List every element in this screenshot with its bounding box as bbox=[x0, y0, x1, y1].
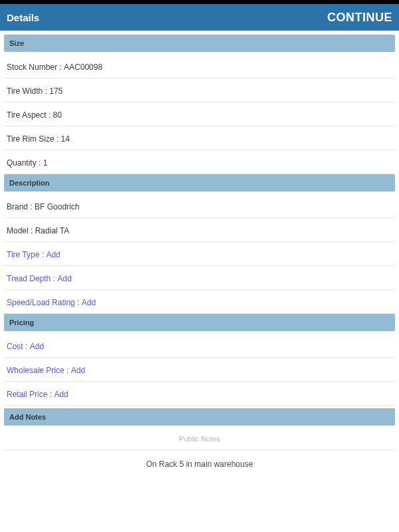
row-model[interactable]: Model Radial TA bbox=[4, 218, 395, 242]
row-retail-price[interactable]: Retail Price Add bbox=[4, 382, 395, 406]
app-header: Details CONTINUE bbox=[0, 4, 399, 31]
value-retail-price: Add bbox=[54, 390, 68, 399]
notes-subtitle: Public Notes bbox=[4, 426, 395, 450]
label-wholesale-price: Wholesale Price bbox=[7, 366, 71, 375]
label-brand: Brand bbox=[7, 202, 35, 211]
value-wholesale-price: Add bbox=[71, 366, 85, 375]
notes-text[interactable]: On Rack 5 in main warehouse bbox=[4, 450, 395, 477]
label-tire-aspect: Tire Aspect bbox=[7, 110, 53, 120]
value-tire-aspect: 80 bbox=[53, 110, 62, 120]
row-tire-width[interactable]: Tire Width 175 bbox=[4, 78, 395, 102]
row-cost[interactable]: Cost Add bbox=[4, 334, 395, 358]
section-header-pricing: Pricing bbox=[4, 314, 395, 331]
label-retail-price: Retail Price bbox=[7, 390, 54, 399]
label-tire-type: Tire Type bbox=[7, 250, 46, 259]
row-speed-load-rating[interactable]: Speed/Load Rating Add bbox=[4, 290, 395, 314]
label-stock-number: Stock Number bbox=[7, 63, 64, 72]
value-brand: BF Goodrich bbox=[35, 202, 79, 211]
value-tire-rim-size: 14 bbox=[61, 134, 70, 144]
label-tire-width: Tire Width bbox=[7, 86, 49, 96]
value-model: Radial TA bbox=[35, 226, 70, 235]
label-tread-depth: Tread Depth bbox=[7, 274, 57, 283]
page-title: Details bbox=[7, 12, 39, 23]
value-cost: Add bbox=[30, 342, 44, 351]
value-quantity: 1 bbox=[43, 158, 48, 168]
row-tire-aspect[interactable]: Tire Aspect 80 bbox=[4, 102, 395, 126]
label-tire-rim-size: Tire Rim Size bbox=[7, 134, 61, 144]
value-tire-type: Add bbox=[46, 250, 60, 259]
row-tire-rim-size[interactable]: Tire Rim Size 14 bbox=[4, 126, 395, 150]
content-scroll[interactable]: Size Stock Number AAC00098 Tire Width 17… bbox=[0, 31, 399, 532]
row-tread-depth[interactable]: Tread Depth Add bbox=[4, 266, 395, 290]
value-tread-depth: Add bbox=[57, 274, 71, 283]
section-header-size: Size bbox=[4, 35, 395, 52]
row-quantity[interactable]: Quantity 1 bbox=[4, 150, 395, 174]
label-speed-load-rating: Speed/Load Rating bbox=[7, 298, 82, 307]
label-model: Model bbox=[7, 226, 35, 235]
value-tire-width: 175 bbox=[49, 86, 63, 96]
value-stock-number: AAC00098 bbox=[64, 63, 102, 72]
continue-button[interactable]: CONTINUE bbox=[327, 11, 392, 25]
section-header-notes: Add Notes bbox=[4, 408, 395, 426]
row-tire-type[interactable]: Tire Type Add bbox=[4, 242, 395, 266]
label-quantity: Quantity bbox=[7, 158, 43, 168]
row-brand[interactable]: Brand BF Goodrich bbox=[4, 194, 395, 218]
label-cost: Cost bbox=[7, 342, 30, 351]
section-header-description: Description bbox=[4, 174, 395, 192]
row-stock-number[interactable]: Stock Number AAC00098 bbox=[4, 55, 395, 78]
row-wholesale-price[interactable]: Wholesale Price Add bbox=[4, 358, 395, 382]
value-speed-load-rating: Add bbox=[82, 298, 96, 307]
